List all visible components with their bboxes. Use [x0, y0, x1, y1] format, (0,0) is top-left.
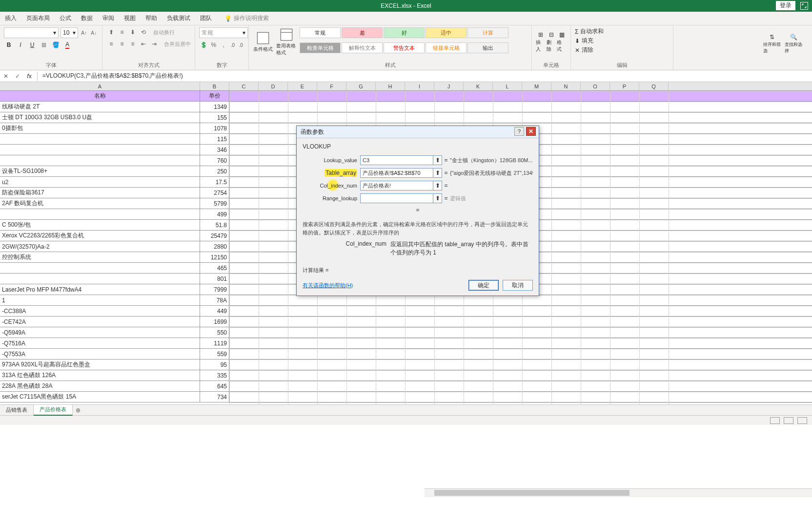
cell-name[interactable]: u2 [0, 177, 200, 187]
cell-name[interactable]: 控控制系统 [0, 252, 200, 262]
cell-name[interactable]: -Q7553A [0, 349, 200, 359]
col-header-M[interactable]: M [522, 82, 551, 90]
font-size-select[interactable]: 10▾ [61, 27, 78, 38]
cell-price[interactable]: 801 [200, 274, 229, 284]
dialog-titlebar[interactable]: 函数参数 ? ✕ [297, 126, 539, 138]
align-left-icon[interactable]: ≡ [106, 39, 116, 49]
currency-icon[interactable]: 💲 [199, 40, 208, 50]
align-top-icon[interactable]: ⬆ [106, 27, 116, 37]
orientation-icon[interactable]: ⟲ [139, 27, 148, 37]
cell-name[interactable]: serJet C7115A黑色硒鼓 15A [0, 392, 200, 402]
cell-price[interactable]: 550 [200, 327, 229, 338]
cell-name[interactable] [0, 155, 200, 166]
cancel-formula-icon[interactable]: ✕ [2, 71, 10, 81]
cell-price[interactable]: 25479 [200, 231, 229, 241]
comma-icon[interactable]: , [219, 40, 228, 50]
percent-icon[interactable]: % [209, 40, 218, 50]
cell-price[interactable]: 5799 [200, 198, 229, 209]
fx-icon[interactable]: fx [25, 71, 33, 81]
style-item[interactable]: 适中 [426, 27, 467, 38]
tab-help[interactable]: 帮助 [141, 12, 162, 25]
cell-price[interactable]: 499 [200, 209, 229, 219]
dialog-close-icon[interactable]: ✕ [526, 127, 536, 136]
sheet-tab-pricelist[interactable]: 产品价格表 [34, 405, 73, 416]
add-sheet-button[interactable]: ⊕ [73, 407, 83, 414]
cell-price[interactable]: 346 [200, 145, 229, 155]
fill-color-icon[interactable]: 🪣 [51, 40, 61, 50]
col-header-Q[interactable]: Q [639, 82, 669, 90]
cell-name[interactable]: 2AF 数码复合机 [0, 198, 200, 209]
function-help-link[interactable]: 有关该函数的帮助(H) [303, 282, 353, 289]
cell-name[interactable] [0, 274, 200, 284]
border-icon[interactable]: ⊞ [39, 40, 49, 50]
tab-data[interactable]: 数据 [76, 12, 98, 25]
cell-price[interactable]: 760 [200, 155, 229, 166]
inc-decimal-icon[interactable]: .0 [229, 41, 236, 49]
style-item[interactable]: 差 [342, 27, 383, 38]
cell-name[interactable]: Xerox VC2263/2265彩色复合机 [0, 231, 200, 241]
indent-inc-icon[interactable]: ⇥ [149, 39, 159, 49]
cell-price[interactable]: 155 [200, 112, 229, 123]
param1-input[interactable]: C3 [360, 155, 433, 165]
align-center-icon[interactable]: ≡ [117, 39, 127, 49]
cell-name[interactable]: 线移动硬盘 2T [0, 102, 200, 112]
view-pagebreak-icon[interactable] [797, 417, 807, 424]
cell-price[interactable]: 449 [200, 306, 229, 316]
cell-price[interactable]: 7999 [200, 284, 229, 295]
wrap-text-button[interactable]: 自动换行 [153, 29, 175, 36]
align-right-icon[interactable]: ≡ [128, 39, 138, 49]
cell-name[interactable]: 2GW/(32570)Aa-2 [0, 241, 200, 252]
tab-insert[interactable]: 插入 [0, 12, 21, 25]
accept-formula-icon[interactable]: ✓ [14, 71, 21, 81]
cell-name[interactable]: C 500张/包 [0, 220, 200, 230]
cell-name[interactable]: -CC388A [0, 306, 200, 316]
conditional-format-button[interactable]: 条件格式 [253, 27, 273, 57]
cell-price[interactable]: 17.5 [200, 177, 229, 187]
cell-name[interactable]: 防盗保险箱3617 [0, 188, 200, 198]
cell-price[interactable]: 115 [200, 134, 229, 144]
style-item[interactable]: 好 [384, 27, 425, 38]
autosum-icon[interactable]: Σ [575, 28, 578, 35]
cell-price[interactable]: 12150 [200, 252, 229, 262]
param1-collapse-icon[interactable]: ⬆ [433, 155, 442, 165]
cell-name[interactable]: 0摄影包 [0, 123, 200, 133]
tab-formula[interactable]: 公式 [55, 12, 76, 25]
cell-name[interactable] [0, 134, 200, 144]
font-family-select[interactable]: ▾ [4, 27, 59, 38]
italic-icon[interactable]: I [16, 40, 25, 50]
style-item[interactable]: 输出 [467, 42, 508, 53]
cell-price[interactable]: 250 [200, 166, 229, 176]
param2-input[interactable]: 产品价格表!$A$2:$B$70 [360, 168, 433, 178]
cell-name[interactable]: 1 [0, 295, 200, 305]
formula-input[interactable]: =VLOOKUP(C3,产品价格表!$A$2:$B$70,产品价格表!) [40, 72, 183, 80]
tab-loadtest[interactable]: 负载测试 [162, 12, 195, 25]
increase-font-icon[interactable]: A↑ [80, 29, 88, 37]
cell-price[interactable]: 2880 [200, 241, 229, 252]
indent-dec-icon[interactable]: ⇤ [139, 39, 148, 49]
cell-name[interactable]: -Q5949A [0, 327, 200, 338]
fill-icon[interactable]: ⬇ [575, 38, 580, 44]
clear-icon[interactable]: ✕ [575, 47, 580, 54]
cell-price[interactable]: 559 [200, 349, 229, 359]
cell-name[interactable] [0, 209, 200, 219]
col-header-H[interactable]: H [376, 82, 405, 90]
view-normal-icon[interactable] [770, 417, 780, 424]
cancel-button[interactable]: 取消 [503, 280, 533, 291]
dialog-help-icon[interactable]: ? [514, 127, 524, 136]
cell-name[interactable]: 士顿 DT 100G3 32GB USB3.0 U盘 [0, 112, 200, 123]
cell-name[interactable]: LaserJet Pro MFP M477fdwA4 [0, 284, 200, 295]
param3-collapse-icon[interactable]: ⬆ [433, 181, 442, 190]
param3-input[interactable]: 产品价格表! [360, 181, 433, 190]
cell-price[interactable]: 78A [200, 295, 229, 305]
param4-input[interactable] [360, 193, 433, 203]
decrease-font-icon[interactable]: A↓ [90, 29, 98, 37]
cell-price[interactable]: 51.8 [200, 220, 229, 230]
window-expand-icon[interactable] [800, 2, 808, 10]
col-header-G[interactable]: G [346, 82, 376, 90]
header-price[interactable]: 单价 [200, 91, 229, 101]
insert-cells-button[interactable]: ⊞插入 [536, 27, 546, 57]
cell-name[interactable]: 313A 红色硒鼓 126A [0, 370, 200, 381]
col-header-L[interactable]: L [493, 82, 522, 90]
cell-name[interactable]: 973AA 920XL号超高容品红色墨盒 [0, 360, 200, 370]
col-header-K[interactable]: K [464, 82, 493, 90]
